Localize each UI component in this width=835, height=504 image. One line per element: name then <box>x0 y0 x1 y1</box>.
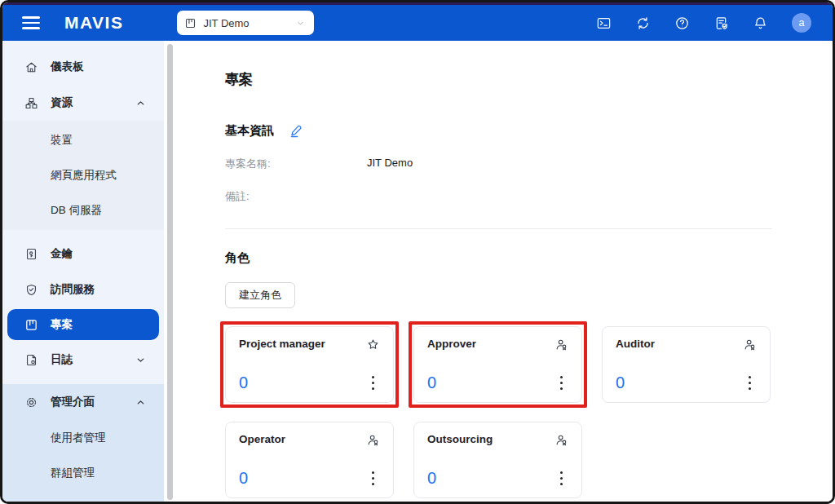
sidebar-item-logs[interactable]: 日誌 <box>2 343 164 377</box>
basic-info-heading: 基本資訊 <box>225 123 274 139</box>
key-file-icon <box>24 247 38 261</box>
sidebar-item-dashboard[interactable]: 儀表板 <box>2 50 164 84</box>
sidebar-item-label: 專案 <box>51 317 73 332</box>
section-divider <box>225 228 772 229</box>
role-card-auditor: Auditor 0 <box>602 326 771 403</box>
more-options-icon[interactable] <box>554 374 568 391</box>
sidebar-item-user-management[interactable]: 使用者管理 <box>2 420 164 455</box>
chevron-up-icon <box>135 98 146 108</box>
role-card-approver: Approver 0 <box>413 326 582 403</box>
app-body: 儀表板 資源 裝置 網頁應用程式 DB 伺服器 金鑰 訪問服務 <box>2 41 833 504</box>
scrollbar-thumb[interactable] <box>167 44 173 500</box>
role-member-count[interactable]: 0 <box>427 374 436 392</box>
app-window: MAVIS JIT Demo <box>0 0 835 504</box>
role-member-count[interactable]: 0 <box>427 469 436 488</box>
sidebar-item-label: 金鑰 <box>51 246 73 261</box>
shield-check-icon <box>24 283 38 297</box>
sidebar-item-access-services[interactable]: 訪問服務 <box>2 272 164 307</box>
role-name: Outsourcing <box>427 433 493 445</box>
field-value: JIT Demo <box>367 157 413 171</box>
chevron-down-icon <box>135 355 146 365</box>
field-label: 專案名稱: <box>225 157 367 171</box>
hamburger-menu-icon[interactable] <box>22 16 40 29</box>
avatar-initial: a <box>799 17 805 29</box>
policy-doc-icon[interactable] <box>714 15 729 31</box>
sitemap-icon <box>24 96 38 110</box>
sidebar-group-resources: 裝置 網頁應用程式 DB 伺服器 <box>2 121 164 230</box>
role-card-outsourcing: Outsourcing 0 <box>413 422 582 498</box>
basic-info-header: 基本資訊 <box>225 123 772 139</box>
top-navbar: MAVIS JIT Demo <box>2 5 833 41</box>
sidebar-item-projects[interactable]: 專案 <box>7 309 159 340</box>
sidebar-item-admin-interface[interactable]: 管理介面 <box>2 385 164 419</box>
sidebar-item-label: 使用者管理 <box>51 431 106 445</box>
sidebar-item-label: 資源 <box>51 95 73 110</box>
page-title: 專案 <box>225 70 772 89</box>
project-selector-value: JIT Demo <box>203 17 249 29</box>
sidebar-item-resources[interactable]: 資源 <box>2 86 164 120</box>
role-card-project-manager: Project manager 0 <box>225 326 394 403</box>
brand-logo[interactable]: MAVIS <box>64 13 123 33</box>
star-icon[interactable] <box>366 338 380 351</box>
sidebar-item-label: 網頁應用程式 <box>51 168 117 183</box>
sidebar-item-label: 儀表板 <box>51 60 84 74</box>
sidebar-item-label: 訪問服務 <box>51 282 95 297</box>
sidebar-group-admin: 管理介面 使用者管理 群組管理 <box>2 384 164 504</box>
role-name: Approver <box>427 338 476 350</box>
main-content: 專案 基本資訊 專案名稱: JIT Demo 備註: 角色 建立角色 <box>176 41 833 504</box>
sidebar-item-devices[interactable]: 裝置 <box>2 122 164 157</box>
project-selector-dropdown[interactable]: JIT Demo <box>177 11 314 35</box>
role-member-count[interactable]: 0 <box>239 374 248 392</box>
sidebar-item-db-servers[interactable]: DB 伺服器 <box>2 192 164 228</box>
sidebar-item-label: DB 伺服器 <box>51 203 102 218</box>
sidebar-item-group-management[interactable]: 群組管理 <box>2 455 164 490</box>
role-card-operator: Operator 0 <box>225 422 394 498</box>
role-name: Project manager <box>239 338 325 350</box>
chevron-up-icon <box>135 397 146 408</box>
user-avatar[interactable]: a <box>792 13 811 33</box>
field-label: 備註: <box>225 189 367 204</box>
role-name: Operator <box>239 433 285 445</box>
chevron-down-icon <box>295 18 306 29</box>
user-award-icon <box>743 338 757 351</box>
roles-heading: 角色 <box>225 250 772 266</box>
gear-icon <box>24 396 38 409</box>
role-member-count[interactable]: 0 <box>239 469 248 488</box>
project-icon <box>24 318 38 332</box>
more-options-icon[interactable] <box>366 374 380 391</box>
more-options-icon[interactable] <box>554 470 568 487</box>
log-file-icon <box>24 353 38 367</box>
header-actions: a <box>596 13 811 33</box>
user-award-icon <box>366 433 380 447</box>
sidebar-item-label: 裝置 <box>51 133 73 148</box>
project-icon <box>184 17 197 29</box>
role-member-count[interactable]: 0 <box>616 374 625 392</box>
sync-icon[interactable] <box>635 15 651 31</box>
role-name: Auditor <box>616 338 655 350</box>
field-note: 備註: <box>225 189 772 204</box>
sidebar-scrollbar <box>164 41 176 504</box>
sidebar-item-label: 管理介面 <box>51 395 95 409</box>
bell-icon[interactable] <box>753 15 768 31</box>
more-options-icon[interactable] <box>366 470 380 487</box>
home-icon <box>24 60 38 74</box>
user-award-icon <box>554 433 568 447</box>
sidebar-item-keys[interactable]: 金鑰 <box>2 237 164 271</box>
sidebar-item-label: 日誌 <box>51 352 73 367</box>
help-icon[interactable] <box>674 15 690 31</box>
sidebar-item-label: 群組管理 <box>51 466 95 480</box>
sidebar: 儀表板 資源 裝置 網頁應用程式 DB 伺服器 金鑰 訪問服務 <box>2 41 164 504</box>
role-cards-grid: Project manager 0 Approver 0 <box>225 326 772 498</box>
field-project-name: 專案名稱: JIT Demo <box>225 157 772 171</box>
user-award-icon <box>554 338 568 351</box>
create-role-button[interactable]: 建立角色 <box>225 282 295 308</box>
more-options-icon[interactable] <box>743 374 757 391</box>
terminal-icon[interactable] <box>596 15 612 31</box>
sidebar-item-web-apps[interactable]: 網頁應用程式 <box>2 157 164 192</box>
pencil-line-icon[interactable] <box>289 123 304 139</box>
